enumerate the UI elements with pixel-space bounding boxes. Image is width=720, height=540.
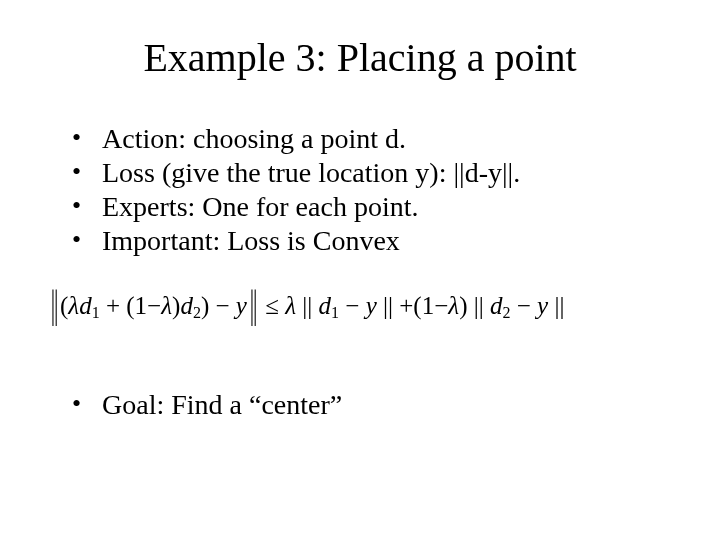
var-d: d xyxy=(79,292,92,319)
lambda: λ xyxy=(68,292,79,319)
bullet-item: Loss (give the true location y): ||d-y||… xyxy=(66,156,666,190)
lambda: λ xyxy=(448,292,459,319)
bullet-item: Important: Loss is Convex xyxy=(66,224,666,258)
var-d: d xyxy=(319,292,332,319)
bullet-list: Action: choosing a point d. Loss (give t… xyxy=(66,122,666,259)
slide-title: Example 3: Placing a point xyxy=(0,34,720,81)
bullet-item: Experts: One for each point. xyxy=(66,190,666,224)
subscript: 2 xyxy=(193,304,201,321)
lambda: λ xyxy=(161,292,172,319)
subscript: 1 xyxy=(92,304,100,321)
subscript: 1 xyxy=(331,304,339,321)
lambda: λ xyxy=(285,292,296,319)
plus: + xyxy=(100,292,127,319)
goal-item: Goal: Find a “center” xyxy=(66,388,666,422)
bullet-item: Action: choosing a point d. xyxy=(66,122,666,156)
slide: Example 3: Placing a point Action: choos… xyxy=(0,0,720,540)
var-d: d xyxy=(490,292,503,319)
goal-list: Goal: Find a “center” xyxy=(66,388,666,422)
formula: ||(λd1 + (1−λ)d2) − y|| ≤ λ || d1 − y ||… xyxy=(48,292,678,322)
leq: ≤ xyxy=(259,292,285,319)
var-d: d xyxy=(180,292,193,319)
